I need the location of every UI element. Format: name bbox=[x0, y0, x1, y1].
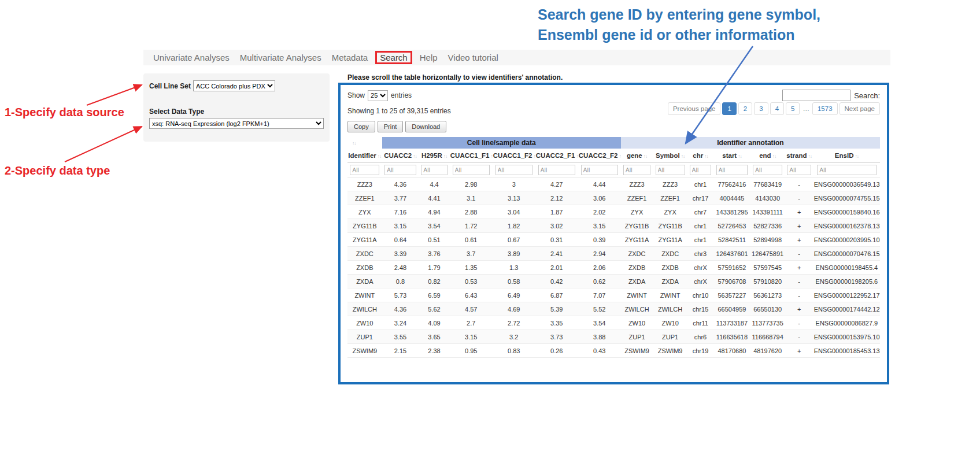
copy-button[interactable]: Copy bbox=[347, 121, 375, 132]
column-filter-input-identifier[interactable] bbox=[350, 165, 379, 175]
sort-icon: ↑↓ bbox=[443, 153, 448, 159]
column-header-cuacc2-f1[interactable]: CUACC2_F1↑↓ bbox=[535, 149, 578, 163]
next-page-button[interactable]: Next page bbox=[840, 102, 880, 115]
column-header-gene[interactable]: gene↑↓ bbox=[621, 149, 653, 163]
page-button-1[interactable]: 1 bbox=[722, 102, 736, 115]
nav-item-univariate-analyses[interactable]: Univariate Analyses bbox=[148, 51, 235, 64]
page-button-5[interactable]: 5 bbox=[786, 102, 800, 115]
table-row: ZW103.244.092.72.723.353.54ZW10ZW10chr11… bbox=[347, 316, 880, 330]
pagination-ellipsis: … bbox=[801, 103, 811, 114]
page-button-4[interactable]: 4 bbox=[770, 102, 784, 115]
sort-icon: ↑↓ bbox=[413, 153, 417, 159]
column-filter-input-ensid[interactable] bbox=[817, 165, 876, 175]
sort-icon: ↑↓ bbox=[855, 153, 859, 159]
page-button-2[interactable]: 2 bbox=[738, 102, 752, 115]
column-filter-input-cuacc1-f1[interactable] bbox=[453, 165, 490, 175]
column-filter-input-chr[interactable] bbox=[690, 165, 712, 175]
column-header-chr[interactable]: chr↑↓ bbox=[687, 149, 713, 163]
cell-line-set-label: Cell Line Set bbox=[149, 82, 191, 90]
column-header-start[interactable]: start↑↓ bbox=[713, 149, 750, 163]
control-panel: Cell Line Set ACC Colorado plus PDX Sele… bbox=[143, 73, 330, 142]
show-label: Show bbox=[347, 91, 365, 99]
column-filter-input-cuacc1-f2[interactable] bbox=[495, 165, 532, 175]
sort-icon: ↑↓ bbox=[704, 153, 708, 159]
data-table: ↑↓Cell line/sample dataIdentifier annota… bbox=[347, 137, 880, 358]
column-filter-input-start[interactable] bbox=[716, 165, 748, 175]
dt-buttons: CopyPrintDownload bbox=[347, 121, 880, 132]
sort-icon: ↑↓ bbox=[534, 153, 535, 159]
group-header-identifier-annotation: Identifier annotation bbox=[621, 137, 880, 149]
column-filter-input-h295r[interactable] bbox=[421, 165, 447, 175]
column-filter-input-strand[interactable] bbox=[787, 165, 811, 175]
nav-item-search[interactable]: Search bbox=[375, 51, 412, 64]
sort-icon: ↑↓ bbox=[808, 153, 812, 159]
table-scroll-note: Please scroll the table horizontally to … bbox=[347, 73, 563, 82]
sort-icon: ↑↓ bbox=[644, 153, 648, 159]
column-header-cuacc1-f1[interactable]: CUACC1_F1↑↓ bbox=[450, 149, 493, 163]
page-length-control: Show 25 entries bbox=[347, 90, 412, 101]
column-filter-input-symbol[interactable] bbox=[656, 165, 685, 175]
annotation-step1: 1-Specify data source bbox=[5, 106, 124, 119]
table-row: ZXDB2.481.791.351.32.012.06ZXDBZXDBchrX5… bbox=[347, 261, 880, 275]
table-row: ZUP13.553.653.153.23.733.88ZUP1ZUP1chr61… bbox=[347, 330, 880, 344]
previous-page-button[interactable]: Previous page bbox=[668, 102, 721, 115]
table-search-input[interactable] bbox=[782, 90, 850, 101]
sort-icon: ↑↓ bbox=[772, 153, 776, 159]
download-button[interactable]: Download bbox=[405, 121, 446, 132]
column-header-h295r[interactable]: H295R↑↓ bbox=[419, 149, 449, 163]
column-filter-input-cuacc2-f2[interactable] bbox=[581, 165, 618, 175]
group-header-cell-line-sample-data: Cell line/sample data bbox=[382, 137, 621, 149]
annotation-search-note-line2: Ensembl gene id or other information bbox=[538, 25, 820, 45]
column-header-symbol[interactable]: Symbol↑↓ bbox=[653, 149, 687, 163]
column-header-cuacc1-f2[interactable]: CUACC1_F2↑↓ bbox=[493, 149, 535, 163]
data-type-select[interactable]: xsq: RNA-seq Expression (log2 FPKM+1) bbox=[149, 118, 324, 129]
table-row: ZSWIM92.152.380.950.830.260.43ZSWIM9ZSWI… bbox=[347, 344, 880, 358]
table-row: ZXDC3.393.763.73.892.412.94ZXDCZXDCchr31… bbox=[347, 247, 880, 261]
nav-item-help[interactable]: Help bbox=[415, 51, 443, 64]
navbar-list: Univariate AnalysesMultivariate Analyses… bbox=[143, 51, 504, 64]
pagination: Previous page12345…1573Next page bbox=[668, 102, 880, 115]
column-filter-input-end[interactable] bbox=[753, 165, 782, 175]
annotation-step2: 2-Specify data type bbox=[5, 164, 110, 177]
table-row: ZZEF13.774.413.13.132.123.06ZZEF1ZZEF1ch… bbox=[347, 191, 880, 205]
table-row: ZXDA0.80.820.530.580.420.62ZXDAZXDAchrX5… bbox=[347, 275, 880, 288]
column-header-end[interactable]: end↑↓ bbox=[750, 149, 785, 163]
page-button-3[interactable]: 3 bbox=[754, 102, 768, 115]
column-filter-input-cuacc2-f1[interactable] bbox=[538, 165, 575, 175]
showing-entries-text: Showing 1 to 25 of 39,315 entries bbox=[347, 107, 451, 115]
table-row: ZZZ34.364.42.9834.274.44ZZZ3ZZZ3chr17756… bbox=[347, 177, 880, 191]
column-header-strand[interactable]: strand↑↓ bbox=[785, 149, 813, 163]
annotation-search-note-line1: Search gene ID by entering gene symbol, bbox=[538, 5, 820, 25]
sort-icon: ↑↓ bbox=[681, 153, 685, 159]
column-header-ensid[interactable]: EnsID↑↓ bbox=[813, 149, 880, 163]
entries-label: entries bbox=[391, 91, 412, 99]
sort-icon: ↑↓ bbox=[619, 153, 621, 159]
column-header-cuacc2-f2[interactable]: CUACC2_F2↑↓ bbox=[578, 149, 621, 163]
annotation-search-note: Search gene ID by entering gene symbol, … bbox=[538, 5, 820, 45]
page-length-select[interactable]: 25 bbox=[368, 90, 388, 101]
sort-icon: ↑↓ bbox=[491, 153, 493, 159]
column-header-identifier[interactable]: Identifier↑↓ bbox=[347, 149, 382, 163]
cell-line-set-select[interactable]: ACC Colorado plus PDX bbox=[193, 80, 275, 91]
column-filter-input-gene[interactable] bbox=[623, 165, 650, 175]
column-header-cuacc2[interactable]: CUACC2↑↓ bbox=[382, 149, 419, 163]
navbar: Univariate AnalysesMultivariate Analyses… bbox=[143, 50, 890, 65]
table-row: ZYG11A0.640.510.610.670.310.39ZYG11AZYG1… bbox=[347, 233, 880, 247]
red-arrow-step1 bbox=[87, 85, 142, 105]
table-row: ZWINT5.736.596.436.496.877.07ZWINTZWINTc… bbox=[347, 288, 880, 302]
nav-item-multivariate-analyses[interactable]: Multivariate Analyses bbox=[235, 51, 327, 64]
sort-icon: ↑↓ bbox=[378, 153, 382, 159]
data-type-label: Select Data Type bbox=[149, 108, 324, 116]
page-button-1573[interactable]: 1573 bbox=[812, 102, 838, 115]
sort-icon: ↑↓ bbox=[576, 153, 578, 159]
table-row: ZYX7.164.942.883.041.872.02ZYXZYXchr7143… bbox=[347, 205, 880, 219]
column-filter-input-cuacc2[interactable] bbox=[384, 165, 416, 175]
table-search: Search: bbox=[782, 90, 880, 101]
table-row: ZYG11B3.153.541.721.823.023.15ZYG11BZYG1… bbox=[347, 219, 880, 233]
table-container: Show 25 entries Search: Showing 1 to 25 … bbox=[338, 83, 889, 384]
nav-item-video-tutorial[interactable]: Video tutorial bbox=[443, 51, 504, 64]
table-row: ZWILCH4.365.624.574.695.395.52ZWILCHZWIL… bbox=[347, 302, 880, 316]
corner-sort-icon: ↑↓ bbox=[347, 137, 382, 149]
print-button[interactable]: Print bbox=[378, 121, 404, 132]
nav-item-metadata[interactable]: Metadata bbox=[327, 51, 373, 64]
